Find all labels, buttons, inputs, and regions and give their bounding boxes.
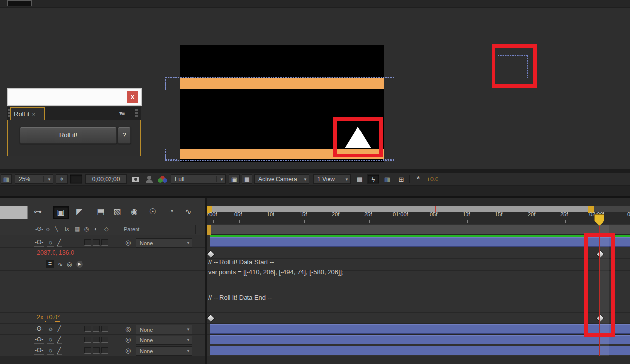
chevron-down-icon: ▼ (184, 327, 192, 332)
exposure-value[interactable]: +0.0 (427, 176, 438, 183)
lock-icon[interactable]: ╱ (57, 325, 61, 333)
shy-layers-icon[interactable]: ▤ (93, 207, 108, 216)
panel-grip[interactable] (135, 109, 138, 118)
switch-checkbox[interactable] (84, 326, 91, 332)
top-tab-fragment[interactable] (7, 0, 32, 6)
graph-editor-icon[interactable]: ∿ (181, 207, 195, 216)
selection-handle[interactable] (383, 149, 394, 160)
video-icon[interactable]: -ʘ- (34, 336, 44, 344)
switch-checkbox[interactable] (84, 337, 91, 343)
ruler-label: 15f (300, 211, 307, 217)
switch-checkbox[interactable] (93, 347, 100, 354)
magnification-dropdown[interactable]: 25% ▼ (15, 174, 53, 184)
region-monitor-icon[interactable]: ▣ (229, 174, 240, 184)
lock-icon[interactable]: ╱ (57, 239, 61, 247)
solo-icon[interactable]: ☼ (47, 347, 54, 355)
show-snapshot-icon[interactable] (144, 174, 155, 184)
view-layout-dropdown[interactable]: 1 View ▼ (313, 174, 351, 184)
parent-pick-whip-icon[interactable]: ◎ (125, 336, 131, 343)
switch-checkbox[interactable] (84, 347, 91, 354)
switch-checkbox[interactable] (84, 239, 91, 246)
layer-duration-bar[interactable] (210, 335, 630, 344)
ruler-label: 0:00f (207, 211, 217, 217)
layer-duration-bar[interactable] (210, 324, 630, 334)
help-button[interactable]: ? (118, 127, 131, 144)
video-icon[interactable]: -ʘ- (34, 325, 44, 333)
parent-dropdown[interactable]: None▼ (136, 325, 192, 334)
video-icon[interactable]: -ʘ- (34, 239, 44, 247)
snapshot-camera-icon[interactable] (130, 174, 141, 184)
comp-flowchart-icon[interactable]: ϟ (367, 174, 379, 184)
selection-handle[interactable] (383, 77, 394, 89)
parent-dropdown[interactable]: None▼ (136, 336, 192, 345)
frame-blending-icon[interactable]: ▧ (110, 207, 125, 216)
solo-icon[interactable]: ☼ (47, 325, 54, 333)
parent-pick-whip-icon[interactable]: ◎ (125, 325, 131, 333)
tab-close-icon[interactable]: × (32, 111, 35, 117)
switch-checkbox[interactable] (101, 337, 108, 343)
region-of-interest-icon[interactable] (70, 174, 82, 184)
work-area-bar[interactable] (207, 225, 630, 235)
parent-dropdown[interactable]: None▼ (136, 346, 192, 356)
motion-blur-icon[interactable]: ◉ (127, 207, 141, 216)
expression-line-3[interactable]: // -- Roll it! Data End -- (208, 294, 272, 301)
parent-dropdown[interactable]: None▼ (136, 238, 192, 248)
mini-flowchart-icon[interactable]: ⊞ (396, 174, 407, 184)
current-time-field[interactable]: 0;00;02;00 (85, 174, 127, 184)
video-icon[interactable]: -ʘ- (34, 347, 44, 355)
brainstorm-icon[interactable]: ☉ (145, 207, 160, 216)
draft-3d-icon[interactable]: ◩ (72, 207, 86, 216)
time-ruler[interactable]: 0:00f05f10f15f20f25f01:00f05f10f15f20f25… (207, 198, 630, 224)
safe-zones-icon[interactable]: ⌖ (56, 174, 68, 184)
layer-duration-bar[interactable] (210, 346, 630, 355)
active-camera-dropdown[interactable]: Active Camera ▼ (254, 174, 309, 184)
always-preview-icon[interactable]: ▥ (1, 174, 12, 184)
work-area-start-handle[interactable] (207, 225, 211, 235)
panel-menu-icon[interactable]: ▾≡ (119, 110, 131, 118)
selection-handle[interactable] (165, 77, 177, 89)
solo-icon[interactable]: ☼ (47, 336, 54, 344)
transparency-grid-icon[interactable]: ▦ (242, 174, 252, 184)
switch-checkbox[interactable] (101, 239, 108, 246)
ruler-tick (403, 220, 403, 223)
comp-color-swatch[interactable] (0, 206, 28, 219)
expression-line-2[interactable]: var points = [[-410, 206], [-494, 74], [… (208, 268, 344, 276)
timeline-button-icon[interactable]: ▤ (355, 174, 365, 184)
reset-exposure-icon[interactable]: ▥ (382, 174, 393, 184)
switch-checkbox[interactable] (101, 347, 108, 354)
expression-graph-icon[interactable]: ∿ (58, 261, 63, 268)
expression-line-1[interactable]: // -- Roll it! Data Start -- (208, 259, 274, 266)
tab-roll-it[interactable]: Roll it × (10, 107, 45, 120)
switch-checkbox[interactable] (93, 239, 100, 246)
divider (118, 225, 118, 234)
timeline-column-header (0, 224, 205, 235)
lock-icon[interactable]: ╱ (57, 336, 61, 344)
switch-checkbox[interactable] (101, 326, 108, 332)
ruler-label: 20f (332, 211, 339, 217)
script-window-titlebar[interactable] (7, 88, 142, 106)
parent-pick-whip-icon[interactable]: ◎ (125, 239, 131, 246)
auto-keyframe-icon[interactable]: ◔ (164, 207, 179, 216)
parent-pick-whip-icon[interactable]: ◎ (125, 347, 131, 354)
expression-enable-icon[interactable]: = (46, 260, 54, 268)
selection-handle[interactable] (165, 149, 177, 160)
layer-duration-bar[interactable] (210, 237, 630, 247)
script-window-close-button[interactable]: x (127, 91, 138, 103)
switch-checkbox[interactable] (93, 337, 100, 343)
switch-checkbox[interactable] (93, 326, 100, 332)
channel-rgb-icon[interactable] (157, 174, 169, 184)
roll-it-button[interactable]: Roll it! (20, 127, 117, 144)
motion-blur-col-icon: ◎ (84, 226, 89, 232)
comp-mini-flowchart-icon[interactable]: ⊶ (30, 207, 45, 216)
expression-language-menu-icon[interactable]: ▶ (76, 261, 83, 268)
exposure-shutter-icon[interactable]: * (412, 174, 424, 184)
expression-whip-icon[interactable]: ◎ (67, 261, 72, 268)
live-update-icon[interactable]: ▣ (53, 206, 69, 219)
solo-icon[interactable]: ☼ (47, 239, 54, 247)
chevron-down-icon: ▼ (46, 177, 53, 182)
position-value[interactable]: 2087.0,136.0 (37, 249, 74, 257)
timeline-panel-divider[interactable] (205, 198, 207, 364)
lock-icon[interactable]: ╱ (57, 347, 61, 355)
rotation-value[interactable]: 2x+0.0° (37, 314, 60, 322)
resolution-dropdown[interactable]: Full ▼ (171, 174, 226, 184)
